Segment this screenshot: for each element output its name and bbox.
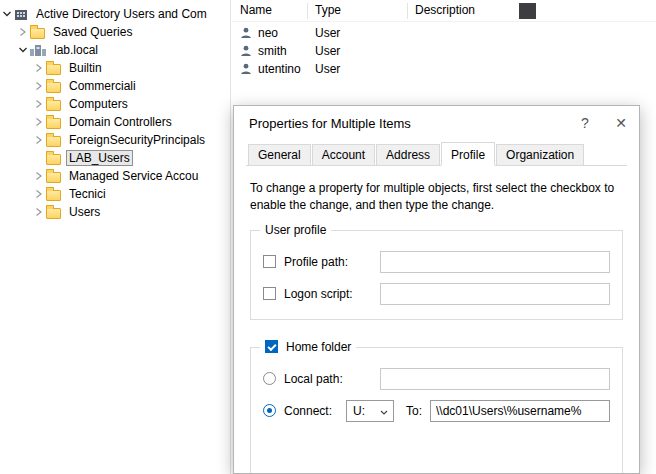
folder-icon — [46, 116, 61, 129]
tree-item-label: Managed Service Accou — [66, 168, 201, 184]
local-path-radio[interactable] — [263, 372, 276, 385]
tree-item-domain[interactable]: lab.local — [0, 41, 230, 59]
tree-item-domain-controllers[interactable]: Domain Controllers — [0, 113, 230, 131]
list-rows: neo User smith User utentino User — [232, 24, 656, 78]
connect-row: Connect: U: To: — [263, 400, 610, 422]
tab-address[interactable]: Address — [376, 144, 440, 166]
chevron-down-icon[interactable] — [16, 46, 30, 54]
chevron-right-icon[interactable] — [32, 189, 46, 199]
tree-item-label: Commerciali — [66, 78, 139, 94]
tree-item-label: Domain Controllers — [66, 114, 175, 130]
home-path-input[interactable] — [430, 400, 610, 422]
tree-item-label-selected: LAB_Users — [66, 150, 133, 166]
chevron-right-icon[interactable] — [32, 81, 46, 91]
tree-item-label: Builtin — [66, 60, 105, 76]
dialog-title-bar[interactable]: Properties for Multiple Items ? ✕ — [234, 106, 639, 140]
home-folder-group: Home folder Local path: Connect: U: — [250, 347, 623, 474]
column-header-type[interactable]: Type — [315, 3, 341, 17]
tree-item-computers[interactable]: Computers — [0, 95, 230, 113]
tab-organization[interactable]: Organization — [496, 144, 584, 166]
close-button[interactable]: ✕ — [603, 110, 639, 136]
logon-script-checkbox[interactable] — [263, 287, 276, 300]
tree-item-label: Saved Queries — [50, 24, 135, 40]
list-item-smith[interactable]: smith User — [232, 42, 656, 60]
tree-item-label: Computers — [66, 96, 131, 112]
user-icon — [240, 63, 252, 75]
tree-item-root[interactable]: Active Directory Users and Com — [0, 5, 230, 23]
item-type: User — [315, 44, 340, 58]
column-separator[interactable] — [407, 3, 408, 19]
user-profile-group: User profile Profile path: Logon script: — [250, 230, 623, 320]
drive-select[interactable]: U: — [346, 400, 394, 422]
logon-script-row: Logon script: — [263, 283, 610, 305]
properties-dialog: Properties for Multiple Items ? ✕ Genera… — [233, 105, 640, 474]
domain-icon — [30, 44, 46, 56]
profile-path-checkbox[interactable] — [263, 255, 276, 268]
local-path-row: Local path: — [263, 368, 610, 390]
home-folder-label: Home folder — [286, 340, 351, 354]
column-separator[interactable] — [307, 3, 308, 19]
chevron-right-icon[interactable] — [32, 135, 46, 145]
folder-icon — [46, 98, 61, 111]
folder-icon — [46, 206, 61, 219]
list-item-neo[interactable]: neo User — [232, 24, 656, 42]
tree-item-lab-users[interactable]: LAB_Users — [0, 149, 230, 167]
list-header: Name Type Description — [232, 0, 656, 22]
column-header-description[interactable]: Description — [415, 3, 475, 17]
tab-strip: General Account Address Profile Organiza… — [246, 142, 627, 166]
item-type: User — [315, 26, 340, 40]
profile-tab-page: To change a property for multiple object… — [234, 166, 639, 474]
drive-value: U: — [353, 404, 365, 418]
screenshot-artifact — [519, 3, 536, 19]
tree-item-label: lab.local — [51, 42, 101, 58]
folder-icon — [46, 62, 61, 75]
chevron-right-icon[interactable] — [16, 27, 30, 37]
tree-item-foreign-security-principals[interactable]: ForeignSecurityPrincipals — [0, 131, 230, 149]
tree-item-builtin[interactable]: Builtin — [0, 59, 230, 77]
chevron-down-icon — [380, 404, 388, 418]
tab-profile[interactable]: Profile — [441, 142, 495, 166]
connect-radio[interactable] — [263, 404, 276, 417]
chevron-right-icon[interactable] — [32, 117, 46, 127]
item-name: utentino — [258, 62, 315, 76]
tree-item-label: Tecnici — [66, 186, 109, 202]
local-path-input[interactable] — [380, 368, 610, 390]
dialog-title: Properties for Multiple Items — [249, 116, 411, 131]
tab-account[interactable]: Account — [312, 144, 375, 166]
help-button[interactable]: ? — [567, 110, 603, 136]
profile-path-label: Profile path: — [284, 255, 380, 269]
logon-script-label: Logon script: — [284, 287, 380, 301]
user-icon — [240, 45, 252, 57]
group-label: User profile — [260, 223, 331, 237]
local-path-label: Local path: — [284, 372, 380, 386]
profile-path-input[interactable] — [380, 251, 610, 273]
tree-item-label: ForeignSecurityPrincipals — [66, 132, 208, 148]
tree-item-saved-queries[interactable]: Saved Queries — [0, 23, 230, 41]
folder-icon — [46, 188, 61, 201]
tree-item-label: Users — [66, 204, 103, 220]
aduc-window: Active Directory Users and Com Saved Que… — [0, 0, 656, 474]
instruction-text: To change a property for multiple object… — [250, 180, 623, 214]
item-type: User — [315, 62, 340, 76]
chevron-right-icon[interactable] — [32, 171, 46, 181]
tree-item-label: Active Directory Users and Com — [33, 6, 210, 22]
directory-root-icon — [14, 8, 28, 21]
home-folder-legend: Home folder — [260, 340, 356, 354]
logon-script-input[interactable] — [380, 283, 610, 305]
chevron-right-icon[interactable] — [32, 99, 46, 109]
item-name: smith — [258, 44, 315, 58]
chevron-right-icon[interactable] — [32, 63, 46, 73]
item-name: neo — [258, 26, 315, 40]
folder-icon — [46, 80, 61, 93]
home-folder-checkbox[interactable] — [265, 340, 278, 353]
tab-general[interactable]: General — [248, 144, 311, 166]
tree-item-managed-service-accounts[interactable]: Managed Service Accou — [0, 167, 230, 185]
chevron-right-icon[interactable] — [32, 207, 46, 217]
user-icon — [240, 27, 252, 39]
tree-item-tecnici[interactable]: Tecnici — [0, 185, 230, 203]
tree-item-users[interactable]: Users — [0, 203, 230, 221]
list-item-utentino[interactable]: utentino User — [232, 60, 656, 78]
tree-item-commerciali[interactable]: Commerciali — [0, 77, 230, 95]
column-header-name[interactable]: Name — [240, 3, 272, 17]
chevron-down-icon[interactable] — [0, 10, 14, 18]
